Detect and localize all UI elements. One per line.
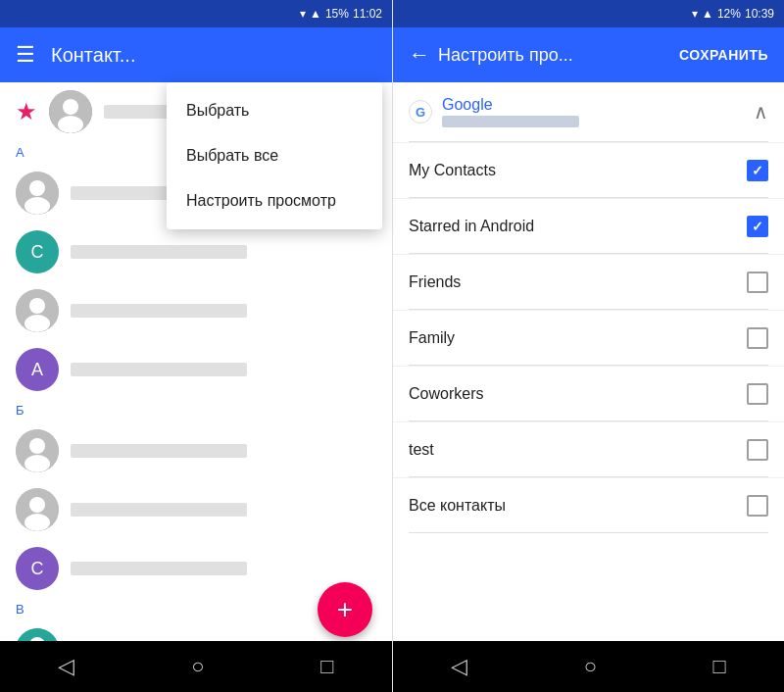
- fab-button[interactable]: +: [318, 582, 372, 637]
- svg-point-8: [24, 315, 50, 332]
- contact-avatar: [16, 429, 59, 472]
- save-button[interactable]: СОХРАНИТЬ: [679, 47, 768, 63]
- right-status-bar: ▾ ▲ 12% 10:39: [393, 0, 784, 27]
- left-app-bar: ☰ Контакт...: [0, 27, 392, 82]
- checkbox-starred[interactable]: [747, 216, 768, 237]
- contact-item[interactable]: [0, 480, 392, 539]
- left-signal-icon: ▲: [310, 7, 321, 21]
- google-account-info: Google: [442, 96, 579, 127]
- left-app-bar-title: Контакт...: [51, 44, 376, 67]
- content-area: G Google ∧ My Contacts Starred in Androi…: [393, 82, 784, 641]
- label-text: Starred in Android: [409, 218, 747, 235]
- nav-home-icon[interactable]: ○: [191, 654, 204, 679]
- contact-name-blurred: [71, 363, 247, 376]
- contact-avatar: С: [16, 230, 59, 273]
- label-row-friends[interactable]: Friends: [393, 254, 784, 309]
- google-section-header[interactable]: G Google ∧: [393, 82, 784, 141]
- contact-name-blurred: [71, 444, 247, 458]
- label-text: Все контакты: [409, 497, 747, 515]
- right-time: 10:39: [745, 7, 774, 21]
- label-row-my-contacts[interactable]: My Contacts: [393, 142, 784, 197]
- svg-point-14: [24, 514, 50, 531]
- nav-recent-icon[interactable]: □: [320, 654, 333, 679]
- chevron-up-icon[interactable]: ∧: [754, 100, 768, 124]
- svg-point-2: [58, 116, 83, 133]
- label-row-starred[interactable]: Starred in Android: [393, 198, 784, 253]
- dropdown-item-select[interactable]: Выбрать: [167, 88, 382, 133]
- nav-back-icon[interactable]: ◁: [58, 654, 74, 679]
- right-signal-icon: ▲: [702, 7, 713, 21]
- contact-item[interactable]: А: [0, 340, 392, 399]
- contact-name-blurred: [71, 304, 247, 318]
- dropdown-item-select-all[interactable]: Выбрать все: [167, 133, 382, 178]
- google-logo-icon: G: [409, 100, 432, 124]
- contact-avatar: [16, 289, 59, 332]
- google-email-blurred: [442, 116, 579, 127]
- checkbox-all-contacts[interactable]: [747, 495, 768, 517]
- svg-point-10: [29, 438, 45, 454]
- svg-point-4: [29, 180, 45, 196]
- svg-point-1: [63, 99, 78, 115]
- label-text: My Contacts: [409, 162, 747, 179]
- contact-avatar: [49, 90, 92, 133]
- label-text: Friends: [409, 273, 747, 291]
- right-panel: ▾ ▲ 12% 10:39 ← Настроить про... СОХРАНИ…: [392, 0, 784, 692]
- contact-item[interactable]: С: [0, 222, 392, 281]
- star-icon: ★: [16, 98, 37, 125]
- left-status-bar: ▾ ▲ 15% 11:02: [0, 0, 392, 27]
- label-row-family[interactable]: Family: [393, 310, 784, 365]
- svg-point-5: [24, 197, 50, 215]
- label-row-test[interactable]: test: [393, 421, 784, 476]
- left-time: 11:02: [353, 7, 382, 21]
- divider: [409, 532, 768, 533]
- label-row-coworkers[interactable]: Coworkers: [393, 366, 784, 420]
- right-nav-bar: ◁ ○ □: [393, 641, 784, 692]
- right-app-bar: ← Настроить про... СОХРАНИТЬ: [393, 27, 784, 82]
- google-logo-group: G Google: [409, 96, 579, 127]
- right-app-bar-title: Настроить про...: [438, 45, 671, 66]
- contact-name-blurred: [71, 562, 247, 575]
- section-label-b: Б: [0, 399, 392, 421]
- contact-item[interactable]: [0, 281, 392, 340]
- google-name: Google: [442, 96, 579, 114]
- nav-recent-icon[interactable]: □: [712, 654, 725, 679]
- right-battery-text: 12%: [717, 7, 741, 21]
- right-wifi-icon: ▾: [692, 7, 698, 21]
- nav-home-icon[interactable]: ○: [584, 654, 597, 679]
- contact-avatar: А: [16, 348, 59, 391]
- back-button[interactable]: ←: [409, 42, 430, 68]
- label-text: test: [409, 441, 747, 459]
- label-text: Coworkers: [409, 385, 747, 403]
- svg-point-11: [24, 455, 50, 472]
- left-panel: ▾ ▲ 15% 11:02 ☰ Контакт... Выбрать Выбра…: [0, 0, 392, 692]
- left-wifi-icon: ▾: [300, 7, 306, 21]
- checkbox-friends[interactable]: [747, 272, 768, 293]
- contact-name-blurred: [71, 245, 247, 259]
- contact-item[interactable]: [0, 421, 392, 480]
- svg-point-13: [29, 497, 45, 513]
- dropdown-item-customize[interactable]: Настроить просмотр: [167, 178, 382, 223]
- hamburger-icon[interactable]: ☰: [16, 42, 35, 68]
- contact-name-blurred: [71, 503, 247, 517]
- dropdown-menu: Выбрать Выбрать все Настроить просмотр: [167, 82, 382, 229]
- checkbox-family[interactable]: [747, 327, 768, 349]
- label-row-all-contacts[interactable]: Все контакты: [393, 477, 784, 532]
- svg-point-7: [29, 298, 45, 314]
- contact-avatar: С: [16, 547, 59, 590]
- checkbox-coworkers[interactable]: [747, 383, 768, 405]
- checkbox-my-contacts[interactable]: [747, 160, 768, 181]
- contact-avatar: [16, 172, 59, 215]
- nav-back-icon[interactable]: ◁: [451, 654, 467, 679]
- label-text: Family: [409, 329, 747, 347]
- left-battery-text: 15%: [325, 7, 349, 21]
- contact-avatar: [16, 628, 59, 641]
- left-nav-bar: ◁ ○ □: [0, 641, 392, 692]
- checkbox-test[interactable]: [747, 439, 768, 461]
- contact-avatar: [16, 488, 59, 531]
